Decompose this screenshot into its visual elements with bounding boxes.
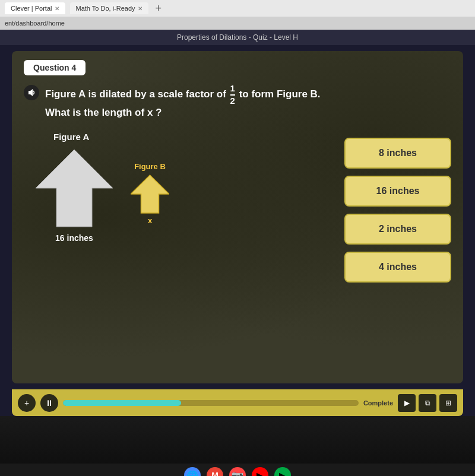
bottom-bar: + ⏸ Complete ▶ ⧉ ⊞: [12, 389, 463, 416]
answers-area: 8 inches 16 inches 2 inches 4 inches: [344, 138, 451, 283]
answer-2-label: 2 inches: [379, 224, 417, 234]
fraction-numerator: 1: [230, 84, 235, 96]
question-content: Figure A is dilated by a scale factor of…: [45, 84, 321, 120]
figure-b-x-label: x: [148, 216, 152, 225]
quiz-container: Question 4 Figure A is dilated by a scal…: [12, 51, 463, 383]
dark-area: 🌐 M 📷 ▶ ▶: [0, 416, 475, 476]
question-part2: to form Figure B.: [239, 88, 321, 100]
figure-a-arrow: [36, 147, 113, 230]
taskbar-icon-play[interactable]: ▶: [274, 467, 291, 476]
complete-label: Complete: [363, 399, 393, 407]
answer-8-label: 8 inches: [379, 148, 417, 158]
speaker-icon[interactable]: [24, 85, 39, 100]
taskbar-icon-browser[interactable]: 🌐: [184, 467, 201, 476]
figures-area: Figure A 16 inches Figure B: [24, 132, 332, 243]
tab-clever-close[interactable]: ✕: [55, 5, 59, 12]
copy-button[interactable]: ⧉: [419, 394, 436, 412]
svg-marker-0: [28, 89, 33, 96]
figure-a-label: Figure A: [53, 132, 89, 142]
taskbar: 🌐 M 📷 ▶ ▶: [0, 464, 475, 476]
address-text: ent/dashboard/home: [5, 20, 65, 27]
grid-button[interactable]: ⊞: [439, 394, 457, 412]
figure-b-label: Figure B: [134, 162, 166, 171]
answer-8-inches[interactable]: 8 inches: [344, 138, 451, 169]
new-tab-button[interactable]: +: [156, 2, 162, 15]
figure-b-arrow: [131, 173, 169, 215]
progress-bar-container: [63, 400, 359, 406]
figure-a-container: 16 inches: [36, 147, 113, 243]
progress-bar-fill: [63, 400, 181, 406]
figure-b-container: Figure B x: [131, 162, 169, 225]
question-text: Figure A is dilated by a scale factor of…: [24, 84, 451, 120]
content-area: Figure A 16 inches Figure B: [24, 132, 451, 283]
answer-2-inches[interactable]: 2 inches: [344, 214, 451, 245]
question-badge: Question 4: [24, 60, 86, 75]
tab-clever[interactable]: Clever | Portal ✕: [5, 2, 65, 14]
nav-prev-button[interactable]: ▶: [398, 394, 416, 412]
back-button[interactable]: +: [18, 394, 36, 412]
page-title-bar: Properties of Dilations - Quiz - Level H: [0, 30, 475, 45]
address-bar: ent/dashboard/home: [0, 17, 475, 30]
figures-row: 16 inches Figure B x: [36, 147, 169, 243]
bottom-right-buttons: ▶ ⧉ ⊞: [398, 394, 457, 412]
taskbar-icon-video[interactable]: ▶: [252, 467, 268, 476]
taskbar-icon-photo[interactable]: 📷: [229, 467, 246, 476]
fraction-denominator: 2: [230, 96, 235, 106]
question-part1: Figure A is dilated by a scale factor of: [45, 88, 226, 100]
svg-marker-2: [131, 175, 169, 213]
tab-iready[interactable]: Math To Do, i-Ready ✕: [70, 2, 148, 14]
taskbar-icon-google[interactable]: M: [207, 467, 223, 476]
tab-clever-label: Clever | Portal: [11, 5, 52, 12]
fraction-half: 1 2: [230, 84, 235, 106]
svg-marker-1: [36, 150, 113, 227]
answer-16-label: 16 inches: [376, 186, 420, 196]
question-badge-text: Question 4: [33, 63, 76, 72]
page-title: Properties of Dilations - Quiz - Level H: [177, 33, 298, 42]
answer-16-inches[interactable]: 16 inches: [344, 176, 451, 207]
pause-button[interactable]: ⏸: [40, 394, 58, 412]
tab-iready-label: Math To Do, i-Ready: [76, 5, 135, 12]
answer-4-label: 4 inches: [379, 262, 417, 272]
figure-a-measurement: 16 inches: [55, 233, 93, 243]
browser-tabs-bar: Clever | Portal ✕ Math To Do, i-Ready ✕ …: [0, 0, 475, 17]
tab-iready-close[interactable]: ✕: [138, 5, 142, 12]
question-line2: What is the length of x ?: [45, 107, 162, 118]
answer-4-inches[interactable]: 4 inches: [344, 252, 451, 283]
